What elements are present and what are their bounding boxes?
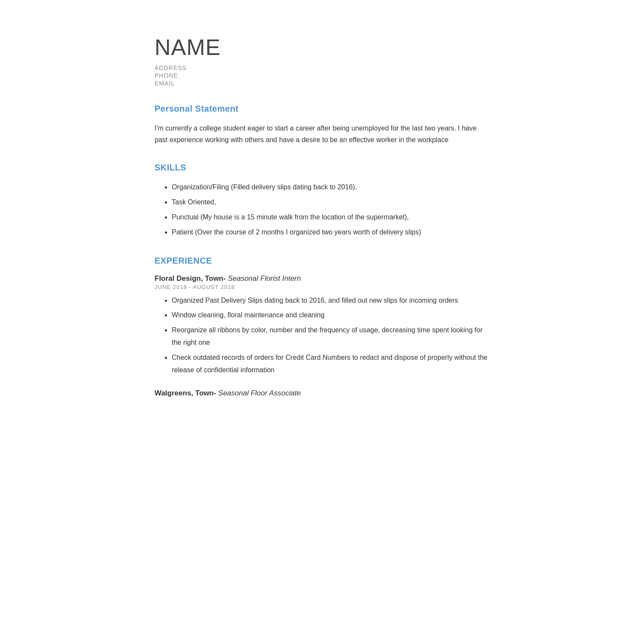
phone-field: PHONE (155, 72, 489, 79)
skills-section: SKILLS Organization/Filing (Filled deliv… (155, 163, 489, 238)
experience-entries: Floral Design, Town- Seasonal Florist In… (155, 274, 489, 398)
experience-company: Walgreens, Town- Seasonal Floor Associat… (155, 389, 489, 398)
email-field: EMAIL (155, 80, 489, 87)
resume-name: NAME (155, 34, 489, 60)
personal-statement-title: Personal Statement (155, 104, 489, 114)
skills-title: SKILLS (155, 163, 489, 173)
list-item: Reorganize all ribbons by color, number … (172, 324, 489, 349)
list-item: Window cleaning, floral maintenance and … (172, 309, 489, 322)
list-item: Organization/Filing (Filled delivery sli… (172, 181, 489, 194)
experience-company: Floral Design, Town- Seasonal Florist In… (155, 274, 489, 283)
personal-statement-body: I'm currently a college student eager to… (155, 122, 489, 146)
experience-title: EXPERIENCE (155, 256, 489, 266)
experience-role: Seasonal Florist Intern (228, 274, 301, 283)
list-item: Task Oriented, (172, 196, 489, 209)
address-field: ADDRESS (155, 64, 489, 71)
list-item: Organized Past Delivery Slips dating bac… (172, 295, 489, 307)
experience-entry: Walgreens, Town- Seasonal Floor Associat… (155, 389, 489, 398)
list-item: Punctual (My house is a 15 minute walk f… (172, 211, 489, 224)
experience-dates: JUNE 2018 - AUGUST 2018 (155, 284, 489, 290)
list-item: Patient (Over the course of 2 months I o… (172, 226, 489, 239)
contact-info: ADDRESS PHONE EMAIL (155, 64, 489, 87)
experience-bullets: Organized Past Delivery Slips dating bac… (155, 295, 489, 377)
experience-entry: Floral Design, Town- Seasonal Florist In… (155, 274, 489, 377)
header-section: NAME ADDRESS PHONE EMAIL (155, 34, 489, 87)
list-item: Check outdated records of orders for Cre… (172, 352, 489, 377)
experience-role: Seasonal Floor Associate (218, 389, 301, 397)
personal-statement-section: Personal Statement I'm currently a colle… (155, 104, 489, 146)
resume-page: NAME ADDRESS PHONE EMAIL Personal Statem… (129, 0, 515, 449)
skills-list: Organization/Filing (Filled delivery sli… (155, 181, 489, 238)
experience-section: EXPERIENCE Floral Design, Town- Seasonal… (155, 256, 489, 398)
